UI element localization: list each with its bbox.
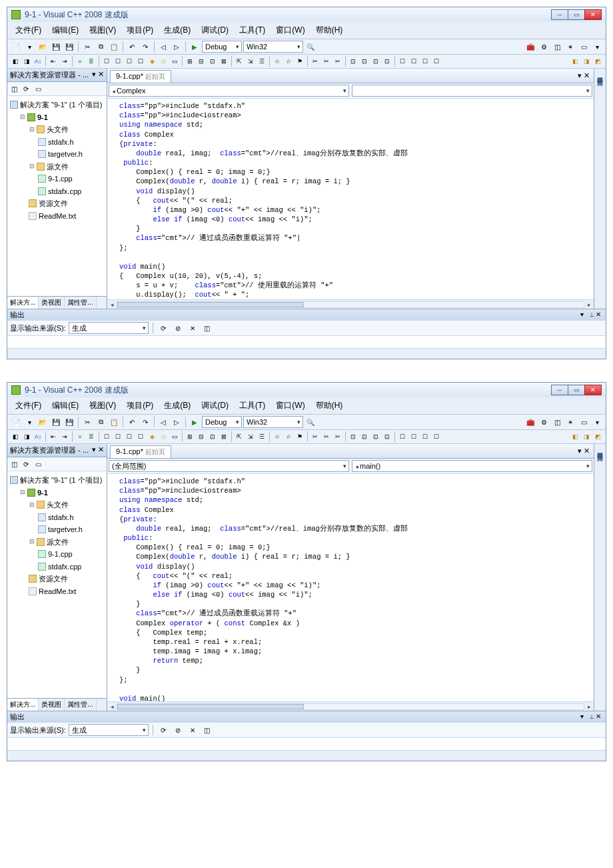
t2-icon[interactable]: ☐ <box>101 431 112 442</box>
undo-icon[interactable]: ↶ <box>126 41 138 53</box>
menu-tools[interactable]: 工具(T) <box>234 399 271 413</box>
t2-icon[interactable]: ☐ <box>135 431 146 442</box>
menu-build[interactable]: 生成(B) <box>159 399 196 413</box>
t2-icon[interactable]: ☐ <box>113 56 123 67</box>
t2-icon[interactable]: ◆ <box>147 431 157 442</box>
new-project-icon[interactable]: 📄 <box>10 416 22 428</box>
obj-icon[interactable]: ◫ <box>551 41 563 53</box>
t2-icon[interactable]: ⊠ <box>219 56 229 67</box>
horizontal-scrollbar[interactable]: ◂▸ <box>107 299 594 309</box>
t2-icon[interactable]: ☐ <box>135 56 146 67</box>
nav-fwd-icon[interactable]: ▷ <box>171 416 183 428</box>
t2-icon[interactable]: ◆ <box>147 56 157 67</box>
t2-icon[interactable]: ☐ <box>420 431 430 442</box>
scope-combo-left[interactable]: (全局范围) <box>109 460 349 472</box>
copy-icon[interactable]: ⧉ <box>95 41 107 53</box>
resources-folder[interactable]: 资源文件 <box>39 573 68 585</box>
save-icon[interactable]: 💾 <box>50 416 62 428</box>
output-close-icon[interactable]: ⟂ ✕ <box>588 713 603 720</box>
tab-close-icon[interactable]: ▾ ✕ <box>574 71 594 80</box>
t2-icon[interactable]: ◧ <box>10 431 21 442</box>
t2-icon[interactable]: ⊡ <box>382 56 392 67</box>
t2-icon[interactable]: ☰ <box>257 56 267 67</box>
undo-icon[interactable]: ↶ <box>126 416 138 428</box>
menu-debug[interactable]: 调试(D) <box>196 399 234 413</box>
t2-icon[interactable]: ⊡ <box>207 56 218 67</box>
maximize-button[interactable]: ▭ <box>568 385 585 395</box>
t2-icon[interactable]: ⊡ <box>359 56 370 67</box>
menu-file[interactable]: 文件(F) <box>10 399 47 413</box>
t2-icon[interactable]: ☐ <box>397 56 408 67</box>
t2-icon[interactable]: ◩ <box>592 56 603 67</box>
t2-icon[interactable]: ⇤ <box>48 56 59 67</box>
tree-item[interactable]: targetver.h <box>48 524 83 535</box>
minimize-button[interactable]: ─ <box>551 385 568 395</box>
tree-item[interactable]: 9-1.cpp <box>48 549 73 560</box>
output-tool-icon[interactable]: ◫ <box>201 322 213 334</box>
solution-node[interactable]: 解决方案 "9-1" (1 个项目) <box>20 475 102 486</box>
t2-icon[interactable]: ⊞ <box>185 431 195 442</box>
t2-icon[interactable]: ☐ <box>408 431 419 442</box>
copy-icon[interactable]: ⧉ <box>95 416 107 428</box>
add-item-icon[interactable]: ▾ <box>23 41 35 53</box>
pane-tool-icon[interactable]: ▭ <box>33 459 43 469</box>
left-tab-propmgr[interactable]: 属性管... <box>65 297 96 309</box>
t2-icon[interactable]: ☐ <box>101 56 112 67</box>
tree-item[interactable]: 9-1.cpp <box>48 173 73 185</box>
t2-icon[interactable]: ☐ <box>420 56 430 67</box>
t2-icon[interactable]: ☰ <box>257 431 267 442</box>
pane-tool-icon[interactable]: ◫ <box>9 83 19 94</box>
t2-icon[interactable]: ◩ <box>592 431 603 442</box>
t2-icon[interactable]: ✂ <box>310 431 320 442</box>
cut-icon[interactable]: ✂ <box>81 41 93 53</box>
horizontal-scrollbar[interactable]: ◂▸ <box>107 701 594 711</box>
t2-icon[interactable]: ☐ <box>397 431 408 442</box>
props-icon[interactable]: ⚙ <box>538 41 550 53</box>
find-icon[interactable]: 🔍 <box>305 41 316 53</box>
tree-item[interactable]: stdafx.cpp <box>48 561 81 573</box>
cmd-icon[interactable]: ▭ <box>578 416 590 428</box>
start-page-icon[interactable]: ✴ <box>564 416 576 428</box>
menu-edit[interactable]: 编辑(E) <box>47 23 84 37</box>
headers-folder[interactable]: 头文件 <box>47 499 69 511</box>
menu-debug[interactable]: 调试(D) <box>196 23 234 37</box>
t2-icon[interactable]: ⊡ <box>370 431 381 442</box>
t2-icon[interactable]: ▭ <box>169 56 180 67</box>
sources-folder[interactable]: 源文件 <box>47 537 69 548</box>
left-tab-solution[interactable]: 解决方... <box>7 699 39 711</box>
t2-icon[interactable]: ⇤ <box>48 431 59 442</box>
t2-icon[interactable]: ☆ <box>283 56 294 67</box>
menu-help[interactable]: 帮助(H) <box>310 399 348 413</box>
t2-icon[interactable]: ☐ <box>124 431 135 442</box>
paste-icon[interactable]: 📋 <box>108 41 120 53</box>
t2-icon[interactable]: ⇱ <box>234 56 245 67</box>
code-editor[interactable]: class="pp">#include "stdafx.h" class="pp… <box>107 474 594 701</box>
t2-icon[interactable]: ✂ <box>321 431 332 442</box>
t2-icon[interactable]: A↕ <box>33 56 43 67</box>
platform-combo[interactable]: Win32 <box>243 416 303 428</box>
solution-tree[interactable]: 解决方案 "9-1" (1 个项目) ⊟9-1 ⊟头文件 stdafx.h ta… <box>7 96 107 296</box>
t2-icon[interactable]: ≡ <box>75 431 85 442</box>
add-item-icon[interactable]: ▾ <box>23 416 35 428</box>
t2-icon[interactable]: ☆ <box>283 431 294 442</box>
code-editor[interactable]: class="pp">#include "stdafx.h" class="pp… <box>107 99 594 299</box>
output-tool-icon[interactable]: ⟳ <box>157 322 169 334</box>
menu-project[interactable]: 项目(P) <box>121 399 159 413</box>
t2-icon[interactable]: ⚑ <box>295 431 305 442</box>
t2-icon[interactable]: A↕ <box>33 431 43 442</box>
t2-icon[interactable]: ◧ <box>570 431 580 442</box>
output-pin-icon[interactable]: ▾ <box>578 713 586 720</box>
menu-window[interactable]: 窗口(W) <box>271 399 310 413</box>
menu-file[interactable]: 文件(F) <box>10 23 47 37</box>
t2-icon[interactable]: ⇲ <box>245 431 256 442</box>
left-tab-propmgr[interactable]: 属性管... <box>65 699 96 711</box>
nav-fwd-icon[interactable]: ▷ <box>171 41 183 53</box>
t2-icon[interactable]: ☐ <box>431 431 442 442</box>
menu-view[interactable]: 视图(V) <box>84 399 121 413</box>
toolbox-icon[interactable]: 🧰 <box>524 416 536 428</box>
t2-icon[interactable]: ⊡ <box>348 56 358 67</box>
obj-icon[interactable]: ◫ <box>551 416 563 428</box>
t2-icon[interactable]: ✂ <box>321 56 332 67</box>
t2-icon[interactable]: ☆ <box>272 431 283 442</box>
menu-build[interactable]: 生成(B) <box>159 23 196 37</box>
